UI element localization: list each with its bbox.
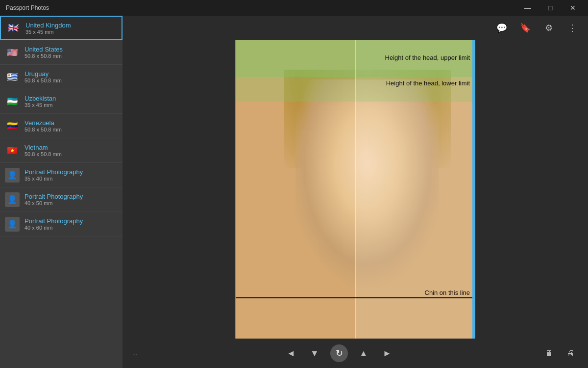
title-bar: Passport Photos — □ ✕ [0, 0, 588, 16]
portrait-icon: 👤 [5, 168, 20, 183]
item-name-label: Uruguay [24, 70, 62, 78]
bookmark-icon[interactable]: 🔖 [517, 20, 533, 36]
flag-icon-vietnam: 🇻🇳 [5, 146, 20, 156]
bottom-right-icons: 🖥 🖨 [541, 345, 578, 361]
portrait-icon: 👤 [5, 192, 20, 207]
sidebar-item-uruguay[interactable]: 🇺🇾Uruguay50.8 x 50.8 mm [0, 65, 122, 89]
item-size-label: 50.8 x 50.8 mm [24, 151, 62, 157]
item-size-label: 50.8 x 50.8 mm [24, 78, 62, 83]
flag-icon-uruguay: 🇺🇾 [5, 72, 20, 82]
item-name-label: Uzbekistan [24, 95, 56, 102]
item-size-label: 35 x 45 mm [25, 29, 71, 35]
item-name-label: Vietnam [24, 144, 62, 151]
window-controls: — □ ✕ [516, 0, 584, 16]
app-title: Passport Photos [6, 4, 49, 11]
portrait-icon: 👤 [5, 217, 20, 232]
item-name-label: Portrait Photography [24, 168, 83, 176]
bottom-toolbar: ... ◄ ▼ ↻ ▲ ► 🖥 🖨 [122, 339, 588, 368]
frame-right-border [472, 40, 475, 339]
item-name-label: United Kingdom [25, 22, 71, 29]
item-size-label: 40 x 50 mm [24, 200, 83, 206]
rotate-button[interactable]: ↻ [330, 344, 348, 362]
item-size-label: 40 x 60 mm [24, 225, 83, 231]
settings-icon[interactable]: ⚙ [541, 20, 557, 36]
item-size-label: 50.8 x 50.8 mm [24, 53, 63, 59]
minimize-button[interactable]: — [516, 0, 539, 16]
chin-line [236, 297, 475, 298]
flag-icon-venezuela: 🇻🇪 [5, 121, 20, 131]
item-name-label: Portrait Photography [24, 217, 83, 225]
label-head-lower: Height of the head, lower limit [386, 79, 470, 87]
nav-right-button[interactable]: ► [379, 345, 395, 361]
item-name-label: Portrait Photography [24, 193, 83, 200]
top-toolbar: 💬 🔖 ⚙ ⋮ [122, 16, 588, 40]
sidebar-item-portrait-3[interactable]: 👤Portrait Photography40 x 60 mm [0, 212, 122, 237]
nav-down-button[interactable]: ▼ [307, 345, 322, 361]
photo-area: Height of the head, upper limit Height o… [122, 40, 588, 339]
print-icon[interactable]: 🖨 [563, 345, 578, 361]
sidebar-item-portrait-1[interactable]: 👤Portrait Photography35 x 40 mm [0, 163, 122, 187]
flag-icon-uzbekistan: 🇺🇿 [5, 97, 20, 106]
content-area: 💬 🔖 ⚙ ⋮ Height of [122, 16, 588, 368]
flag-icon-united-states: 🇺🇸 [5, 48, 20, 57]
sidebar-item-united-kingdom[interactable]: 🇬🇧United Kingdom35 x 45 mm [0, 16, 122, 40]
feedback-icon[interactable]: 💬 [494, 20, 510, 36]
item-name-label: United States [24, 46, 63, 53]
more-icon[interactable]: ⋮ [564, 20, 580, 36]
flag-icon-united-kingdom: 🇬🇧 [6, 23, 21, 33]
navigation-controls: ◄ ▼ ↻ ▲ ► [283, 344, 395, 362]
center-guide [355, 40, 356, 339]
close-button[interactable]: ✕ [562, 0, 584, 16]
nav-left-button[interactable]: ◄ [283, 345, 299, 361]
monitor-icon[interactable]: 🖥 [541, 345, 557, 361]
label-head-upper: Height of the head, upper limit [385, 54, 470, 61]
sidebar-item-united-states[interactable]: 🇺🇸United States50.8 x 50.8 mm [0, 40, 122, 65]
ellipsis-menu[interactable]: ... [132, 350, 137, 357]
sidebar-item-portrait-2[interactable]: 👤Portrait Photography40 x 50 mm [0, 187, 122, 212]
maximize-button[interactable]: □ [539, 0, 562, 16]
item-size-label: 35 x 45 mm [24, 102, 56, 108]
label-chin: Chin on this line [425, 289, 470, 296]
sidebar-item-uzbekistan[interactable]: 🇺🇿Uzbekistan35 x 45 mm [0, 89, 122, 114]
sidebar-item-venezuela[interactable]: 🇻🇪Venezuela50.8 x 50.8 mm [0, 114, 122, 138]
passport-frame: Height of the head, upper limit Height o… [235, 40, 475, 339]
item-size-label: 35 x 40 mm [24, 176, 83, 182]
sidebar-item-vietnam[interactable]: 🇻🇳Vietnam50.8 x 50.8 mm [0, 138, 122, 163]
nav-up-button[interactable]: ▲ [356, 345, 371, 361]
sidebar: 🇬🇧United Kingdom35 x 45 mm🇺🇸United State… [0, 16, 122, 368]
main-area: 🇬🇧United Kingdom35 x 45 mm🇺🇸United State… [0, 16, 588, 368]
item-name-label: Venezuela [24, 119, 62, 127]
item-size-label: 50.8 x 50.8 mm [24, 127, 62, 132]
